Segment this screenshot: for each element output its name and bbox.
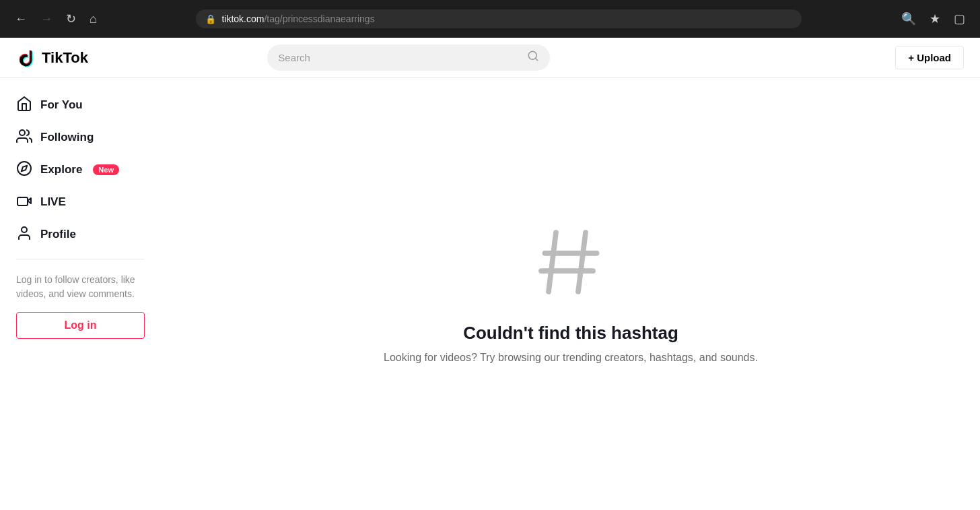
login-prompt-text: Log in to follow creators, like videos, …: [16, 273, 145, 301]
sidebar-login-section: Log in to follow creators, like videos, …: [5, 267, 155, 344]
svg-line-9: [578, 232, 586, 292]
tiktok-logo-icon: [16, 47, 38, 69]
browser-chrome: ← → ↻ ⌂ 🔒 tiktok.com/tag/princessdianaea…: [0, 0, 980, 38]
new-badge: New: [93, 164, 119, 175]
svg-point-7: [22, 227, 27, 232]
lock-icon: 🔒: [205, 14, 216, 24]
explore-label: Explore: [40, 163, 82, 177]
login-button[interactable]: Log in: [16, 312, 145, 339]
sidebar-nav: For You Following: [5, 89, 155, 251]
live-label: LIVE: [40, 195, 66, 209]
browser-actions: 🔍 ★ ▢: [897, 9, 969, 29]
search-bar: [267, 44, 550, 71]
app-header: TikTok + Upload: [0, 38, 980, 78]
back-button[interactable]: ←: [11, 9, 31, 29]
profile-icon: [16, 225, 32, 244]
url-text: tiktok.com/tag/princessdianaearrings: [221, 13, 792, 24]
home-icon: [16, 96, 32, 115]
logo-link[interactable]: TikTok: [16, 47, 88, 69]
bookmark-button[interactable]: ★: [925, 9, 944, 29]
home-button[interactable]: ⌂: [85, 9, 101, 29]
svg-line-2: [536, 58, 538, 60]
following-label: Following: [40, 131, 94, 144]
app-body: For You Following: [0, 78, 980, 510]
main-content: Couldn't find this hashtag Looking for v…: [162, 78, 980, 510]
hashtag-icon: [534, 225, 608, 309]
url-domain: tiktok.com: [221, 13, 264, 24]
address-bar[interactable]: 🔒 tiktok.com/tag/princessdianaearrings: [196, 9, 802, 28]
not-found-title: Couldn't find this hashtag: [463, 323, 678, 344]
for-you-label: For You: [40, 98, 83, 112]
sidebar-nav-list: For You Following: [5, 89, 155, 251]
sidebar-item-for-you[interactable]: For You: [5, 89, 155, 121]
svg-point-4: [18, 162, 31, 175]
svg-point-3: [20, 130, 25, 135]
following-icon: [16, 128, 32, 147]
logo-text: TikTok: [42, 49, 88, 67]
window-button[interactable]: ▢: [950, 9, 969, 29]
sidebar-divider: [16, 259, 145, 259]
explore-icon: [16, 160, 32, 179]
search-input[interactable]: [278, 52, 522, 63]
svg-marker-5: [22, 166, 27, 171]
svg-line-8: [549, 232, 556, 292]
sidebar-item-following[interactable]: Following: [5, 121, 155, 154]
browser-nav-buttons: ← → ↻ ⌂: [11, 9, 101, 29]
sidebar-item-explore[interactable]: Explore New: [5, 154, 155, 186]
not-found-subtitle: Looking for videos? Try browsing our tre…: [384, 352, 758, 364]
search-button[interactable]: [527, 50, 539, 65]
zoom-out-button[interactable]: 🔍: [897, 9, 920, 29]
sidebar: For You Following: [0, 78, 162, 510]
svg-rect-6: [18, 197, 28, 205]
upload-button[interactable]: + Upload: [895, 46, 964, 69]
url-path: /tag/princessdianaearrings: [264, 13, 374, 24]
sidebar-item-profile[interactable]: Profile: [5, 218, 155, 251]
profile-label: Profile: [40, 228, 76, 241]
forward-button[interactable]: →: [36, 9, 57, 29]
sidebar-item-live[interactable]: LIVE: [5, 186, 155, 218]
refresh-button[interactable]: ↻: [62, 9, 80, 29]
live-icon: [16, 193, 32, 212]
search-bar-container: [267, 44, 550, 71]
